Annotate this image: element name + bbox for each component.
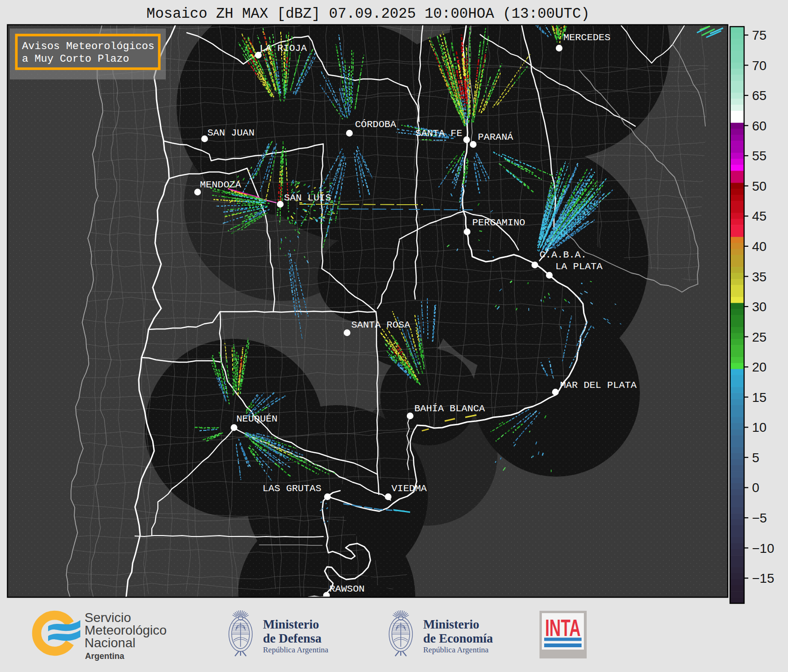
svg-text:LA RIOJA: LA RIOJA [260, 43, 307, 54]
svg-text:Avisos Meteorológicos: Avisos Meteorológicos [22, 40, 155, 52]
svg-text:CÓRDOBA: CÓRDOBA [355, 119, 397, 130]
svg-text:República Argentina: República Argentina [423, 645, 489, 654]
svg-text:75: 75 [752, 28, 767, 43]
svg-text:RAWSON: RAWSON [329, 584, 365, 594]
svg-text:de Economía: de Economía [423, 631, 493, 645]
svg-text:−10: −10 [752, 541, 774, 556]
svg-text:SAN LUIS: SAN LUIS [284, 193, 331, 203]
svg-text:40: 40 [752, 239, 767, 254]
svg-text:LA PLATA: LA PLATA [555, 261, 603, 272]
svg-text:SAN JUAN: SAN JUAN [207, 128, 255, 138]
svg-text:MAR DEL PLATA: MAR DEL PLATA [560, 380, 637, 391]
svg-text:−5: −5 [752, 511, 767, 525]
svg-text:35: 35 [752, 270, 767, 284]
svg-text:BAHÍA BLANCA: BAHÍA BLANCA [414, 403, 485, 414]
svg-text:20: 20 [752, 360, 767, 374]
svg-text:Argentina: Argentina [85, 651, 125, 661]
svg-text:SANTA FE: SANTA FE [415, 128, 462, 139]
svg-text:Ministerio: Ministerio [423, 617, 479, 631]
svg-text:INTA: INTA [545, 615, 581, 641]
svg-text:VIEDMA: VIEDMA [391, 483, 427, 494]
svg-text:MERCEDES: MERCEDES [563, 32, 611, 43]
svg-text:a Muy Corto Plazo: a Muy Corto Plazo [22, 53, 129, 65]
svg-text:25: 25 [752, 330, 767, 344]
svg-text:C.A.B.A.: C.A.B.A. [540, 250, 587, 260]
svg-text:50: 50 [752, 179, 767, 193]
svg-text:55: 55 [752, 149, 767, 163]
svg-text:PARANÁ: PARANÁ [478, 132, 513, 143]
svg-text:PERGAMINO: PERGAMINO [472, 217, 525, 228]
svg-text:30: 30 [752, 300, 767, 314]
svg-text:Nacional: Nacional [85, 636, 135, 650]
svg-text:de Defensa: de Defensa [263, 631, 322, 645]
svg-text:10: 10 [752, 420, 767, 435]
svg-text:15: 15 [752, 390, 767, 405]
svg-text:60: 60 [752, 119, 767, 133]
svg-text:LAS GRUTAS: LAS GRUTAS [263, 483, 321, 494]
svg-text:SANTA ROSA: SANTA ROSA [351, 320, 410, 330]
svg-text:−15: −15 [752, 571, 774, 586]
svg-text:65: 65 [752, 88, 767, 103]
svg-text:70: 70 [752, 58, 767, 73]
svg-text:República Argentina: República Argentina [263, 645, 328, 654]
svg-text:NEUQUÉN: NEUQUÉN [236, 414, 277, 424]
svg-text:Ministerio: Ministerio [263, 617, 319, 631]
svg-text:MENDOZA: MENDOZA [200, 179, 241, 190]
svg-text:0: 0 [752, 480, 760, 495]
svg-text:5: 5 [752, 450, 760, 465]
svg-text:45: 45 [752, 209, 767, 223]
svg-text:Mosaico ZH MAX [dBZ] 07.09.202: Mosaico ZH MAX [dBZ] 07.09.2025 10:00HOA… [147, 6, 590, 22]
